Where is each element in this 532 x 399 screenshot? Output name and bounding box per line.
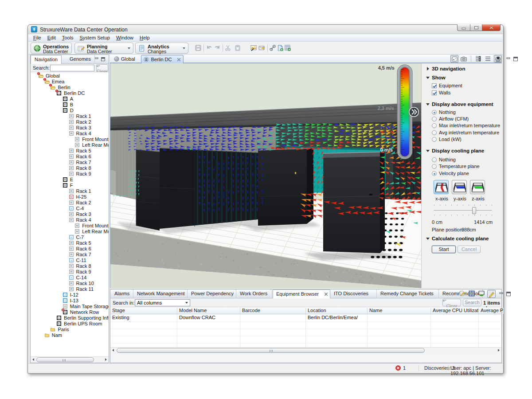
tree-item-front-mounted[interactable]: MFront Mounted xyxy=(31,137,109,142)
fit-view-icon[interactable] xyxy=(450,55,458,63)
column-header-stage[interactable]: Stage xyxy=(110,308,177,314)
table-cell[interactable]: Downflow CRAC xyxy=(177,315,240,320)
checkbox-equipment[interactable] xyxy=(432,83,437,88)
radio-above-nothing[interactable] xyxy=(432,110,437,115)
scroll-left-icon[interactable] xyxy=(32,358,34,361)
tree-item-emea[interactable]: Emea xyxy=(31,79,109,85)
editor-tab-global[interactable]: Global xyxy=(112,55,140,63)
list-icon[interactable] xyxy=(484,55,492,63)
table-clear-button[interactable]: Clear xyxy=(442,299,461,306)
tree-item-berlin-ups-room[interactable]: EBerlin UPS Room xyxy=(31,321,109,327)
tree-item-global[interactable]: Global xyxy=(31,73,109,79)
tree-item-h-25[interactable]: HH-25 xyxy=(31,194,109,200)
tree-item-nam[interactable]: Nam xyxy=(31,332,109,338)
close-tab-icon[interactable] xyxy=(177,58,181,62)
tree-item-rack-10[interactable]: RRack 10 xyxy=(31,281,109,286)
tree-item-rack-6[interactable]: RRack 6 xyxy=(31,154,109,160)
orbit-icon[interactable] xyxy=(494,55,502,63)
column-header-average-pow-[interactable]: Average Pow... xyxy=(479,308,504,314)
perspective-planning-button[interactable]: PlanningData Center xyxy=(74,43,133,54)
tree-item-rack-7[interactable]: RRack 7 xyxy=(31,252,109,258)
axis-button-y-axis[interactable] xyxy=(452,180,467,194)
tree-item-rack-5[interactable]: RRack 5 xyxy=(31,148,109,154)
tree-item-rack-2[interactable]: RRack 2 xyxy=(31,200,109,206)
section-header-display-cooling-plane[interactable]: Display cooling plane xyxy=(432,148,484,153)
dropdown-arrow-icon[interactable] xyxy=(128,47,130,49)
tree-item-i-13[interactable]: cI-13 xyxy=(31,298,109,304)
checkbox-walls[interactable] xyxy=(432,90,437,95)
export-table-icon[interactable] xyxy=(285,45,292,52)
layers-icon[interactable] xyxy=(474,55,482,63)
tree-item-b[interactable]: RB xyxy=(31,102,109,108)
table-scroll-thumb[interactable] xyxy=(117,348,425,353)
close-tab-icon[interactable] xyxy=(324,292,328,296)
link-icon[interactable] xyxy=(270,45,277,52)
pencil-toggle-icon[interactable] xyxy=(487,290,496,298)
tree-item-c-7[interactable]: cC-7 xyxy=(31,235,109,240)
menu-tools[interactable]: Tools xyxy=(59,35,77,41)
cancel-button[interactable]: Cancel xyxy=(458,246,481,253)
section-header-display-above-equipment[interactable]: Display above equipment xyxy=(432,102,493,107)
collapsed-arrow-icon[interactable] xyxy=(427,67,429,70)
table-horizontal-scrollbar[interactable] xyxy=(110,347,501,353)
monitor-icon[interactable] xyxy=(477,290,486,298)
start-button[interactable]: Start xyxy=(432,246,456,253)
perspective-operations-button[interactable]: OperationsData Center xyxy=(31,43,72,54)
expanded-arrow-icon[interactable] xyxy=(426,238,430,240)
tree-item-rack-8[interactable]: RRack 8 xyxy=(31,263,109,269)
scroll-left-icon[interactable] xyxy=(112,349,114,352)
tree-item-rack-11[interactable]: RRack 11 xyxy=(31,286,109,292)
tree-item-rack-6[interactable]: RRack 6 xyxy=(31,246,109,252)
radio-above-avg-inlet-return-temperature[interactable] xyxy=(432,130,437,135)
mail-icon[interactable] xyxy=(258,45,266,52)
tree-item-rack-9[interactable]: RRack 9 xyxy=(31,171,109,177)
bottom-tab-remedy-change-tickets[interactable]: Remedy Change Tickets xyxy=(377,289,439,298)
table-search-button[interactable]: Search xyxy=(463,299,481,306)
search-in-combo[interactable]: All columns xyxy=(135,299,190,306)
radio-plane-velocity-plane[interactable] xyxy=(432,171,437,176)
rack-view-icon[interactable] xyxy=(468,290,476,298)
maximize-view-icon[interactable] xyxy=(101,57,106,61)
menu-system-setup[interactable]: System Setup xyxy=(76,35,113,41)
editor-tab-berlin-dc[interactable]: Berlin DC xyxy=(141,55,184,63)
tree-item-c-4[interactable]: cC-4 xyxy=(31,206,109,211)
tree-item-berlin[interactable]: Berlin xyxy=(31,85,109,90)
section-header-3d-navigation[interactable]: 3D navigation xyxy=(432,66,465,71)
undo-icon[interactable] xyxy=(206,45,213,52)
tree-item-rack-1[interactable]: RRack 1 xyxy=(31,113,109,119)
column-header-barcode[interactable]: Barcode xyxy=(240,308,306,314)
expanded-arrow-icon[interactable] xyxy=(426,77,430,79)
radio-plane-nothing[interactable] xyxy=(432,157,437,162)
table-cell[interactable]: Berlin DC/Berlin/Emea/ xyxy=(306,315,368,320)
bottom-tab-power-dependency[interactable]: Power Dependency xyxy=(188,289,236,298)
viewport-3d[interactable]: 4,5 m/s2,3 m/s0 m/s xyxy=(110,63,421,288)
tree-item-paris[interactable]: Paris xyxy=(31,327,109,332)
minimize-view-icon[interactable] xyxy=(498,290,505,297)
redo-icon[interactable] xyxy=(214,45,221,52)
search-clear-button[interactable]: Clear xyxy=(96,64,108,72)
scroll-right-icon[interactable] xyxy=(498,349,500,352)
plane-position-slider-thumb[interactable] xyxy=(472,207,476,214)
tree-item-left-rear-moun[interactable]: MLeft Rear Moun xyxy=(31,229,109,235)
tree-item-rack-3[interactable]: RRack 3 xyxy=(31,211,109,217)
tree-item-rack-7[interactable]: RRack 7 xyxy=(31,160,109,165)
tree-item-rack-3[interactable]: RRack 3 xyxy=(31,125,109,131)
tree-item-main-tape-storage[interactable]: GMain Tape Storage xyxy=(31,304,109,309)
tree-item-left-rear-moun[interactable]: MLeft Rear Moun xyxy=(31,142,109,148)
scroll-right-icon[interactable] xyxy=(105,358,107,361)
menu-window[interactable]: Window xyxy=(113,35,137,41)
expanded-arrow-icon[interactable] xyxy=(426,150,430,152)
search-input[interactable] xyxy=(50,65,94,71)
radio-plane-temperature-plane[interactable] xyxy=(432,164,437,169)
tree-item-rack-9[interactable]: RRack 9 xyxy=(31,269,109,275)
camera-icon[interactable] xyxy=(460,55,468,63)
plane-position-slider-track[interactable] xyxy=(434,210,492,211)
edit-page-icon[interactable] xyxy=(458,290,466,298)
tree-item-f[interactable]: RF xyxy=(31,183,109,188)
tree-item-i-12[interactable]: cI-12 xyxy=(31,292,109,298)
radio-above-load-kw-[interactable] xyxy=(432,137,437,142)
perspective-analytics-button[interactable]: AnalyticsChanges xyxy=(135,43,188,54)
column-header-average-cpu-utilization-[interactable]: Average CPU Utilization ... xyxy=(431,308,479,314)
menu-file[interactable]: File xyxy=(30,35,44,41)
section-header-calculate-cooling-plane[interactable]: Calculate cooling plane xyxy=(432,236,489,241)
